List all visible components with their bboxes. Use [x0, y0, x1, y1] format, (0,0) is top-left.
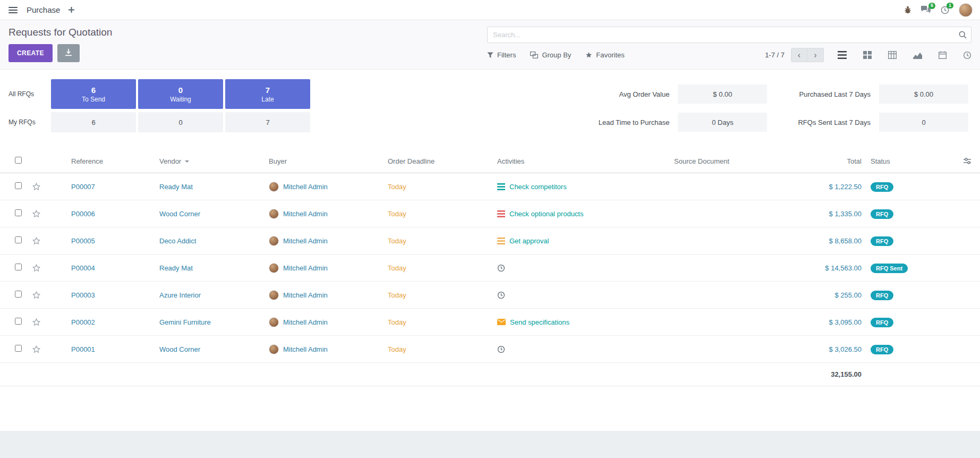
- buyer-cell[interactable]: Mitchell Admin: [269, 236, 388, 246]
- activity-cell[interactable]: Check optional products: [497, 210, 674, 218]
- reference-link[interactable]: P00003: [57, 291, 159, 299]
- table-row[interactable]: P00005 Deco Addict Mitchell Admin Today …: [0, 227, 980, 255]
- favorite-star-icon[interactable]: [32, 318, 57, 327]
- lead-time-value[interactable]: 0 Days: [678, 113, 767, 132]
- vendor-link[interactable]: Ready Mat: [159, 183, 269, 191]
- search-icon[interactable]: [959, 31, 967, 40]
- vendor-link[interactable]: Deco Addict: [159, 237, 269, 245]
- activity-cell[interactable]: Send specifications: [497, 318, 674, 326]
- buyer-cell[interactable]: Mitchell Admin: [269, 182, 388, 192]
- vendor-link[interactable]: Gemini Furniture: [159, 318, 269, 326]
- plus-icon[interactable]: [68, 6, 75, 13]
- export-button[interactable]: [57, 44, 80, 62]
- column-source-document[interactable]: Source Document: [674, 157, 770, 165]
- view-switcher: [838, 51, 972, 60]
- activity-cell[interactable]: Get approval: [497, 237, 674, 245]
- favorite-star-icon[interactable]: [32, 182, 57, 191]
- buyer-cell[interactable]: Mitchell Admin: [269, 344, 388, 354]
- table-row[interactable]: P00003 Azure Interior Mitchell Admin Tod…: [0, 282, 980, 309]
- table-row[interactable]: P00007 Ready Mat Mitchell Admin Today Ch…: [0, 173, 980, 200]
- row-checkbox[interactable]: [15, 291, 22, 298]
- activity-cell[interactable]: [497, 264, 674, 272]
- late-button[interactable]: 7 Late: [225, 79, 310, 109]
- buyer-avatar: [269, 317, 279, 327]
- row-checkbox[interactable]: [15, 318, 22, 325]
- select-all-checkbox[interactable]: [15, 157, 22, 164]
- group-icon: [530, 52, 538, 58]
- messages-icon[interactable]: 5: [921, 6, 931, 14]
- row-checkbox[interactable]: [15, 236, 22, 243]
- table-row[interactable]: P00002 Gemini Furniture Mitchell Admin T…: [0, 309, 980, 336]
- buyer-cell[interactable]: Mitchell Admin: [269, 209, 388, 219]
- app-name[interactable]: Purchase: [27, 5, 60, 14]
- favorite-star-icon[interactable]: [32, 345, 57, 354]
- graph-view-icon[interactable]: [913, 51, 922, 59]
- status-cell: RFQ: [864, 345, 935, 353]
- avg-order-value-label: Avg Order Value: [599, 90, 670, 98]
- order-deadline: Today: [388, 318, 497, 326]
- my-to-send-button[interactable]: 6: [51, 112, 136, 132]
- reference-link[interactable]: P00002: [57, 318, 159, 326]
- reference-link[interactable]: P00005: [57, 237, 159, 245]
- order-deadline: Today: [388, 345, 497, 353]
- favorite-star-icon[interactable]: [32, 209, 57, 218]
- optional-columns-icon[interactable]: [935, 157, 972, 165]
- activity-view-icon[interactable]: [963, 51, 972, 60]
- kanban-view-icon[interactable]: [863, 51, 872, 59]
- reference-link[interactable]: P00006: [57, 210, 159, 218]
- buyer-cell[interactable]: Mitchell Admin: [269, 317, 388, 327]
- rfqs-sent-7d-value[interactable]: 0: [879, 113, 968, 132]
- column-total[interactable]: Total: [770, 157, 864, 165]
- filters-button[interactable]: Filters: [487, 51, 516, 59]
- vendor-link[interactable]: Ready Mat: [159, 264, 269, 272]
- favorite-star-icon[interactable]: [32, 291, 57, 300]
- column-buyer[interactable]: Buyer: [269, 157, 388, 165]
- column-vendor[interactable]: Vendor: [159, 157, 269, 165]
- row-checkbox[interactable]: [15, 264, 22, 270]
- table-row[interactable]: P00004 Ready Mat Mitchell Admin Today $ …: [0, 255, 980, 282]
- activity-cell[interactable]: Check competitors: [497, 183, 674, 191]
- pager-previous-button[interactable]: ‹: [791, 48, 807, 62]
- pager-next-button[interactable]: ›: [807, 48, 824, 62]
- favorites-button[interactable]: Favorites: [585, 51, 624, 59]
- create-button[interactable]: CREATE: [8, 44, 53, 62]
- table-row[interactable]: P00006 Wood Corner Mitchell Admin Today …: [0, 200, 980, 227]
- my-late-button[interactable]: 7: [225, 112, 310, 132]
- column-status[interactable]: Status: [864, 157, 935, 165]
- total-amount: $ 255.00: [770, 291, 864, 299]
- list-view-icon[interactable]: [838, 51, 847, 59]
- user-avatar[interactable]: [959, 3, 973, 17]
- avg-order-value[interactable]: $ 0.00: [678, 84, 767, 104]
- column-reference[interactable]: Reference: [57, 157, 159, 165]
- row-checkbox[interactable]: [15, 182, 22, 189]
- purchased-7d-value[interactable]: $ 0.00: [879, 84, 968, 104]
- row-checkbox[interactable]: [15, 209, 22, 216]
- bug-icon[interactable]: [904, 6, 911, 14]
- waiting-button[interactable]: 0 Waiting: [138, 79, 223, 109]
- calendar-view-icon[interactable]: [939, 51, 947, 59]
- vendor-link[interactable]: Wood Corner: [159, 210, 269, 218]
- activity-cell[interactable]: [497, 345, 674, 353]
- buyer-cell[interactable]: Mitchell Admin: [269, 290, 388, 300]
- table-row[interactable]: P00001 Wood Corner Mitchell Admin Today …: [0, 336, 980, 363]
- buyer-cell[interactable]: Mitchell Admin: [269, 263, 388, 273]
- group-by-button[interactable]: Group By: [530, 51, 571, 59]
- favorite-star-icon[interactable]: [32, 236, 57, 245]
- reference-link[interactable]: P00001: [57, 345, 159, 353]
- activities-icon[interactable]: 1: [941, 6, 949, 14]
- row-checkbox[interactable]: [15, 345, 22, 352]
- vendor-link[interactable]: Wood Corner: [159, 345, 269, 353]
- activity-cell[interactable]: [497, 291, 674, 299]
- reference-link[interactable]: P00007: [57, 183, 159, 191]
- favorite-star-icon[interactable]: [32, 264, 57, 273]
- reference-link[interactable]: P00004: [57, 264, 159, 272]
- column-activities[interactable]: Activities: [497, 157, 674, 165]
- search-input[interactable]: [487, 27, 972, 43]
- my-waiting-button[interactable]: 0: [138, 112, 223, 132]
- apps-menu-icon[interactable]: [7, 5, 19, 15]
- column-order-deadline[interactable]: Order Deadline: [388, 157, 497, 165]
- vendor-link[interactable]: Azure Interior: [159, 291, 269, 299]
- pivot-view-icon[interactable]: [888, 51, 897, 59]
- to-send-button[interactable]: 6 To Send: [51, 79, 136, 109]
- all-rfqs-label: All RFQs: [8, 90, 49, 98]
